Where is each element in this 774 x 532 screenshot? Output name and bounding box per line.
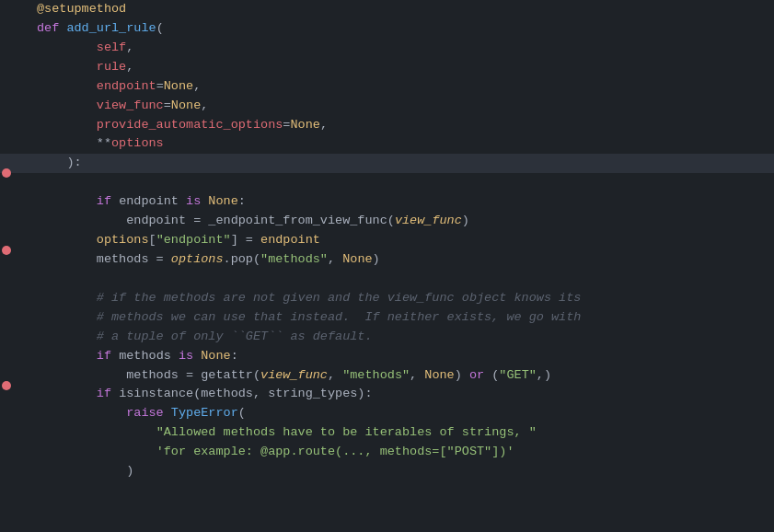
token-plain: : bbox=[238, 194, 246, 208]
token-param: provide_automatic_options bbox=[97, 118, 283, 132]
line-content: methods = getattr(view_func, "methods", … bbox=[28, 366, 774, 386]
code-container: @setupmethoddef add_url_rule( self, rule… bbox=[0, 0, 774, 481]
token-operator: = bbox=[156, 79, 164, 93]
line-content bbox=[28, 173, 774, 192]
line-content: rule, bbox=[28, 58, 774, 77]
token-plain bbox=[37, 387, 97, 400]
token-param: rule bbox=[97, 60, 126, 74]
token-plain: methods bbox=[119, 349, 179, 363]
code-line: if methods is None: bbox=[0, 347, 774, 366]
token-variable-italic: view_func bbox=[260, 368, 328, 382]
token-variable: endpoint bbox=[260, 233, 320, 247]
line-content: self, bbox=[28, 39, 774, 58]
token-plain: , bbox=[126, 40, 133, 54]
line-content: view_func=None, bbox=[28, 97, 774, 116]
token-none-val: None bbox=[164, 79, 193, 93]
token-string: "Allowed methods have to be iterables of… bbox=[156, 425, 537, 439]
line-content: if methods is None: bbox=[28, 347, 774, 366]
token-plain bbox=[37, 40, 97, 54]
token-none-val: None bbox=[424, 368, 454, 382]
line-content: # if the methods are not given and the v… bbox=[28, 289, 774, 308]
token-plain: ** bbox=[37, 136, 111, 150]
token-none-val: None bbox=[342, 252, 372, 266]
line-content: def add_url_rule( bbox=[28, 19, 774, 39]
token-plain bbox=[37, 118, 97, 132]
token-plain bbox=[37, 79, 97, 93]
token-variable-italic: view_func bbox=[395, 214, 462, 227]
code-editor: @setupmethoddef add_url_rule( self, rule… bbox=[0, 0, 774, 532]
token-plain bbox=[37, 233, 97, 247]
token-plain: methods = getattr( bbox=[37, 368, 260, 382]
code-line: @setupmethod bbox=[0, 0, 774, 19]
token-plain: , bbox=[193, 79, 201, 93]
token-param: endpoint bbox=[97, 79, 156, 93]
code-line: "Allowed methods have to be iterables of… bbox=[0, 423, 774, 443]
line-content: "Allowed methods have to be iterables of… bbox=[28, 423, 774, 443]
token-plain: , bbox=[126, 60, 133, 74]
token-keyword: raise bbox=[126, 406, 171, 420]
token-string: "GET" bbox=[499, 368, 537, 382]
token-string: "endpoint" bbox=[156, 233, 231, 247]
code-line: def add_url_rule( bbox=[0, 19, 774, 39]
token-string: 'for example: @app.route(..., methods=["… bbox=[156, 445, 514, 458]
token-none-val: None bbox=[171, 98, 201, 112]
code-line: ) bbox=[0, 462, 774, 481]
token-none-val: None bbox=[201, 349, 230, 363]
token-plain: ] = bbox=[231, 233, 260, 247]
line-content: ): bbox=[28, 154, 774, 173]
line-content: raise TypeError( bbox=[28, 404, 774, 423]
token-plain: isinstance(methods, string_types): bbox=[119, 387, 372, 400]
code-line: ): bbox=[0, 154, 774, 173]
code-line: rule, bbox=[0, 58, 774, 77]
code-line: endpoint = _endpoint_from_view_func(view… bbox=[0, 212, 774, 231]
line-content: # methods we can use that instead. If ne… bbox=[28, 308, 774, 328]
token-plain: , bbox=[410, 368, 424, 382]
token-plain: , bbox=[328, 252, 342, 266]
token-plain: ,) bbox=[537, 368, 551, 382]
code-line: methods = getattr(view_func, "methods", … bbox=[0, 366, 774, 386]
code-line bbox=[0, 270, 774, 289]
token-comment: # methods we can use that instead. If ne… bbox=[37, 310, 581, 324]
token-param: view_func bbox=[97, 98, 164, 112]
token-paren: ( bbox=[156, 21, 164, 35]
code-line: self, bbox=[0, 39, 774, 58]
line-content: options["endpoint"] = endpoint bbox=[28, 231, 774, 250]
code-line: **options bbox=[0, 134, 774, 154]
code-line: methods = options.pop("methods", None) bbox=[0, 250, 774, 270]
token-plain bbox=[37, 194, 97, 208]
line-content: if endpoint is None: bbox=[28, 192, 774, 212]
token-keyword: is bbox=[179, 349, 201, 363]
token-plain bbox=[37, 349, 97, 363]
token-function: TypeError bbox=[171, 406, 238, 420]
token-string: "methods" bbox=[342, 368, 410, 382]
token-variable-italic: options bbox=[171, 252, 224, 266]
code-line: if endpoint is None: bbox=[0, 192, 774, 212]
token-keyword: is bbox=[186, 194, 208, 208]
token-plain: methods = bbox=[37, 252, 171, 266]
token-none-val: None bbox=[290, 118, 319, 132]
token-none-val: None bbox=[208, 194, 237, 208]
code-line: if isinstance(methods, string_types): bbox=[0, 385, 774, 404]
token-plain: : bbox=[231, 349, 238, 363]
token-comment: # if the methods are not given and the v… bbox=[37, 291, 581, 305]
token-keyword: if bbox=[97, 387, 119, 400]
code-line: # methods we can use that instead. If ne… bbox=[0, 308, 774, 328]
token-plain: ) bbox=[37, 464, 133, 478]
token-plain: ): bbox=[37, 156, 82, 169]
token-plain: [ bbox=[149, 233, 156, 247]
token-plain: , bbox=[201, 98, 208, 112]
code-line: raise TypeError( bbox=[0, 404, 774, 423]
token-plain bbox=[37, 445, 156, 458]
line-content bbox=[28, 270, 774, 289]
token-plain: ) bbox=[455, 368, 469, 382]
token-plain: .pop( bbox=[224, 252, 261, 266]
line-content: 'for example: @app.route(..., methods=["… bbox=[28, 443, 774, 462]
token-plain: ) bbox=[373, 252, 380, 266]
token-variable: options bbox=[97, 233, 149, 247]
line-content: **options bbox=[28, 134, 774, 154]
token-plain bbox=[37, 60, 97, 74]
token-string: "methods" bbox=[260, 252, 328, 266]
token-param: self bbox=[97, 40, 126, 54]
token-plain bbox=[37, 406, 126, 420]
code-line: 'for example: @app.route(..., methods=["… bbox=[0, 443, 774, 462]
